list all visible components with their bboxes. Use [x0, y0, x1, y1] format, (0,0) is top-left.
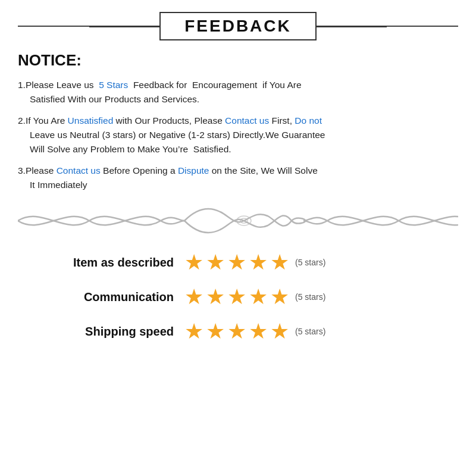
notice-highlight-5stars: 5 Stars: [99, 80, 128, 90]
notice-item-2-text: 2.If You Are Unsatisfied with Our Produc…: [18, 115, 322, 126]
notice-title: NOTICE:: [18, 51, 458, 70]
notice-highlight-unsatisfied: Unsatisfied: [68, 115, 114, 126]
rating-section: Item as described ★ ★ ★ ★ ★ (5 stars) Co…: [18, 252, 458, 342]
notice-list: 1.Please Leave us 5 Stars Feedback for E…: [18, 78, 458, 192]
star-3: ★: [227, 252, 246, 273]
stars-item: ★ ★ ★ ★ ★ (5 stars): [184, 252, 325, 273]
stars-count-shipping: (5 stars): [295, 327, 325, 336]
star-1: ★: [184, 252, 203, 273]
rating-label-shipping: Shipping speed: [30, 325, 184, 339]
star-c5: ★: [270, 286, 289, 308]
notice-item-1: 1.Please Leave us 5 Stars Feedback for E…: [18, 78, 458, 107]
rating-label-communication: Communication: [30, 290, 184, 304]
ornament-svg: [18, 203, 458, 239]
notice-item-3-text: 3.Please Contact us Before Opening a Dis…: [18, 165, 318, 176]
star-s2: ★: [206, 321, 225, 342]
feedback-title: FEEDBACK: [159, 12, 317, 40]
notice-item-1-line2: Satisfied With our Products and Services…: [18, 92, 458, 107]
stars-count-communication: (5 stars): [295, 292, 325, 302]
star-s4: ★: [249, 321, 268, 342]
stars-count-item: (5 stars): [295, 258, 325, 267]
page-wrapper: FEEDBACK NOTICE: 1.Please Leave us 5 Sta…: [0, 0, 476, 476]
star-c3: ★: [227, 286, 246, 308]
rating-label-item: Item as described: [30, 256, 184, 270]
star-c4: ★: [249, 286, 268, 308]
notice-highlight-contactus-2[interactable]: Contact us: [57, 165, 101, 176]
ornament-divider: [18, 203, 458, 239]
notice-highlight-dispute: Dispute: [178, 165, 209, 176]
star-c2: ★: [206, 286, 225, 308]
stars-communication: ★ ★ ★ ★ ★ (5 stars): [184, 286, 325, 308]
rating-row-item-as-described: Item as described ★ ★ ★ ★ ★ (5 stars): [30, 252, 446, 273]
star-s1: ★: [184, 321, 203, 342]
star-2: ★: [206, 252, 225, 273]
star-s3: ★: [227, 321, 246, 342]
star-s5: ★: [270, 321, 289, 342]
star-5: ★: [270, 252, 289, 273]
notice-highlight-contactus-1[interactable]: Contact us: [225, 115, 269, 126]
notice-item-2-line2: Leave us Neutral (3 stars) or Negative (…: [18, 128, 458, 142]
notice-item-2-line3: Will Solve any Problem to Make You’re Sa…: [18, 142, 458, 156]
notice-item-2: 2.If You Are Unsatisfied with Our Produc…: [18, 114, 458, 156]
feedback-header: FEEDBACK: [18, 12, 458, 40]
star-c1: ★: [184, 286, 203, 308]
notice-item-3: 3.Please Contact us Before Opening a Dis…: [18, 164, 458, 192]
notice-item-3-line2: It Immediately: [18, 178, 458, 192]
star-4: ★: [249, 252, 268, 273]
rating-row-communication: Communication ★ ★ ★ ★ ★ (5 stars): [30, 286, 446, 308]
stars-shipping: ★ ★ ★ ★ ★ (5 stars): [184, 321, 325, 342]
rating-row-shipping: Shipping speed ★ ★ ★ ★ ★ (5 stars): [30, 321, 446, 342]
notice-highlight-donot: Do not: [295, 115, 322, 126]
notice-item-1-text: 1.Please Leave us 5 Stars Feedback for E…: [18, 80, 302, 90]
